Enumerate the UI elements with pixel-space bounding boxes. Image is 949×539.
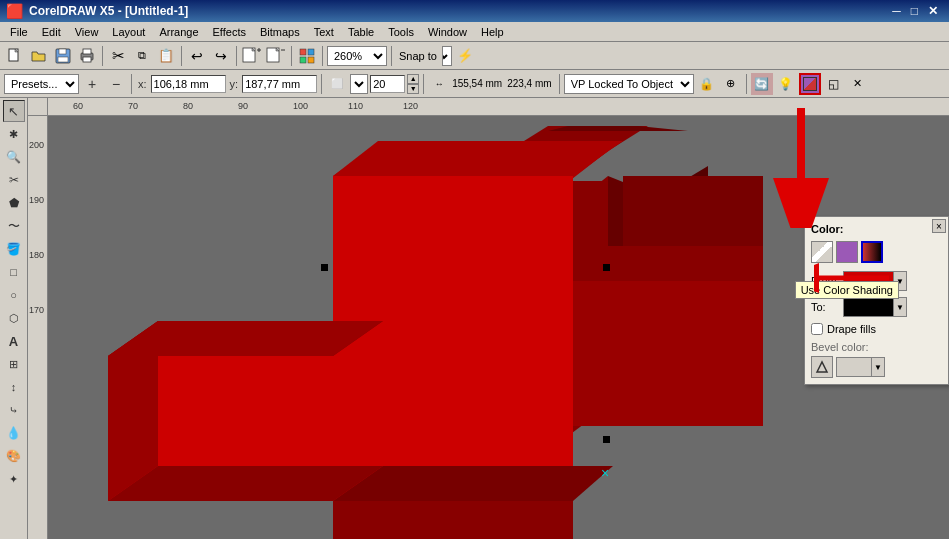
- extrude-light-btn[interactable]: 💡: [775, 73, 797, 95]
- ellipse-tool[interactable]: ○: [3, 284, 25, 306]
- curve-tool[interactable]: 〜: [3, 215, 25, 237]
- menu-layout[interactable]: Layout: [106, 25, 151, 39]
- presets-dropdown[interactable]: Presets...: [4, 74, 79, 94]
- select-tool[interactable]: ↖: [3, 100, 25, 122]
- sep6: [391, 46, 392, 66]
- menu-bitmaps[interactable]: Bitmaps: [254, 25, 306, 39]
- solid-color-swatch[interactable]: [836, 241, 858, 263]
- sep10: [559, 74, 560, 94]
- svg-marker-47: [333, 141, 623, 176]
- remove-preset-button[interactable]: −: [105, 73, 127, 95]
- smart-fill-tool[interactable]: 🪣: [3, 238, 25, 260]
- minimize-btn[interactable]: ─: [887, 4, 906, 18]
- panel-close-btn[interactable]: ×: [932, 219, 946, 233]
- shape-tool[interactable]: ⬟: [3, 192, 25, 214]
- menu-effects[interactable]: Effects: [207, 25, 252, 39]
- snap-label: Snap to: [396, 50, 440, 62]
- vp-lock-btn[interactable]: 🔒: [696, 73, 718, 95]
- extrude-bevel-btn[interactable]: ◱: [823, 73, 845, 95]
- save-button[interactable]: [52, 45, 74, 67]
- sep9: [423, 74, 424, 94]
- vp-copy-btn[interactable]: ⊕: [720, 73, 742, 95]
- undo-button[interactable]: ↩: [186, 45, 208, 67]
- cut-button[interactable]: ✂: [107, 45, 129, 67]
- menu-help[interactable]: Help: [475, 25, 510, 39]
- clear-extrude-btn[interactable]: ✕: [847, 73, 869, 95]
- dimension-tool[interactable]: ↕: [3, 376, 25, 398]
- zoom-tool[interactable]: 🔍: [3, 146, 25, 168]
- extrude-rotate-btn[interactable]: 🔄: [751, 73, 773, 95]
- new-button[interactable]: [4, 45, 26, 67]
- menu-tools[interactable]: Tools: [382, 25, 420, 39]
- no-color-swatch[interactable]: [811, 241, 833, 263]
- interactive-tool[interactable]: ✦: [3, 468, 25, 490]
- maximize-btn[interactable]: □: [906, 4, 923, 18]
- bevel-icon-btn[interactable]: [811, 356, 833, 378]
- menu-arrange[interactable]: Arrange: [153, 25, 204, 39]
- snap-options-button[interactable]: ⚡: [454, 45, 476, 67]
- gradient-color-swatch[interactable]: [861, 241, 883, 263]
- redo-button[interactable]: ↪: [210, 45, 232, 67]
- svg-rect-7: [83, 57, 91, 62]
- paste-button[interactable]: 📋: [155, 45, 177, 67]
- open-button[interactable]: [28, 45, 50, 67]
- sep7: [131, 74, 132, 94]
- drape-fills-checkbox[interactable]: [811, 323, 823, 335]
- polygon-tool[interactable]: ⬡: [3, 307, 25, 329]
- y-input[interactable]: [242, 75, 317, 93]
- sep8: [321, 74, 322, 94]
- rectangle-tool[interactable]: □: [3, 261, 25, 283]
- svg-marker-49: [817, 362, 827, 372]
- vp-dropdown[interactable]: VP Locked To Object: [564, 74, 694, 94]
- ruler-mark-90: 90: [238, 101, 248, 111]
- sep3: [236, 46, 237, 66]
- menu-text[interactable]: Text: [308, 25, 340, 39]
- snap-dropdown[interactable]: [442, 46, 452, 66]
- object-size-icon: ⬜: [326, 73, 348, 95]
- dimensions-icon: ↔: [428, 73, 450, 95]
- copy-button[interactable]: ⧉: [131, 45, 153, 67]
- ruler-mark-200: 200: [29, 140, 44, 150]
- menu-table[interactable]: Table: [342, 25, 380, 39]
- to-color-arrow[interactable]: ▼: [893, 297, 907, 317]
- print-button[interactable]: [76, 45, 98, 67]
- bevel-color-arrow[interactable]: ▼: [871, 357, 885, 377]
- ruler-mark-110: 110: [348, 101, 363, 111]
- bevel-color-main[interactable]: [836, 357, 871, 377]
- x-input[interactable]: [151, 75, 226, 93]
- dropper-tool[interactable]: 💧: [3, 422, 25, 444]
- canvas-area[interactable]: 60 70 80 90 100 110 120 200 190 180 170: [28, 98, 949, 539]
- extrude-color-btn[interactable]: [799, 73, 821, 95]
- app-launcher-button[interactable]: [296, 45, 318, 67]
- sep5: [322, 46, 323, 66]
- depth-up-btn[interactable]: ▲: [407, 74, 419, 84]
- table-tool[interactable]: ⊞: [3, 353, 25, 375]
- svg-rect-15: [300, 49, 306, 55]
- svg-rect-4: [58, 57, 68, 62]
- close-btn[interactable]: ✕: [923, 4, 943, 18]
- menu-view[interactable]: View: [69, 25, 105, 39]
- size-lock-dropdown[interactable]: [350, 74, 368, 94]
- to-color-main[interactable]: [843, 297, 893, 317]
- crop-tool[interactable]: ✂: [3, 169, 25, 191]
- export-button[interactable]: [265, 45, 287, 67]
- to-label: To:: [811, 301, 839, 313]
- main-area: ↖ ✱ 🔍 ✂ ⬟ 〜 🪣 □ ○ ⬡ A ⊞ ↕ ⤷ 💧 🎨 ✦ 60 70 …: [0, 98, 949, 539]
- bevel-controls: ▼: [811, 356, 942, 378]
- svg-rect-18: [308, 57, 314, 63]
- tooltip-text: Use Color Shading: [801, 284, 893, 296]
- menu-edit[interactable]: Edit: [36, 25, 67, 39]
- fill-tool[interactable]: 🎨: [3, 445, 25, 467]
- menu-window[interactable]: Window: [422, 25, 473, 39]
- freehand-tool[interactable]: ✱: [3, 123, 25, 145]
- import-button[interactable]: [241, 45, 263, 67]
- add-preset-button[interactable]: +: [81, 73, 103, 95]
- connector-tool[interactable]: ⤷: [3, 399, 25, 421]
- depth-down-btn[interactable]: ▼: [407, 84, 419, 94]
- menu-file[interactable]: File: [4, 25, 34, 39]
- svg-rect-17: [300, 57, 306, 63]
- height-value: 223,4 mm: [507, 78, 551, 89]
- text-tool[interactable]: A: [3, 330, 25, 352]
- depth-input[interactable]: [370, 75, 405, 93]
- zoom-dropdown[interactable]: 260%: [327, 46, 387, 66]
